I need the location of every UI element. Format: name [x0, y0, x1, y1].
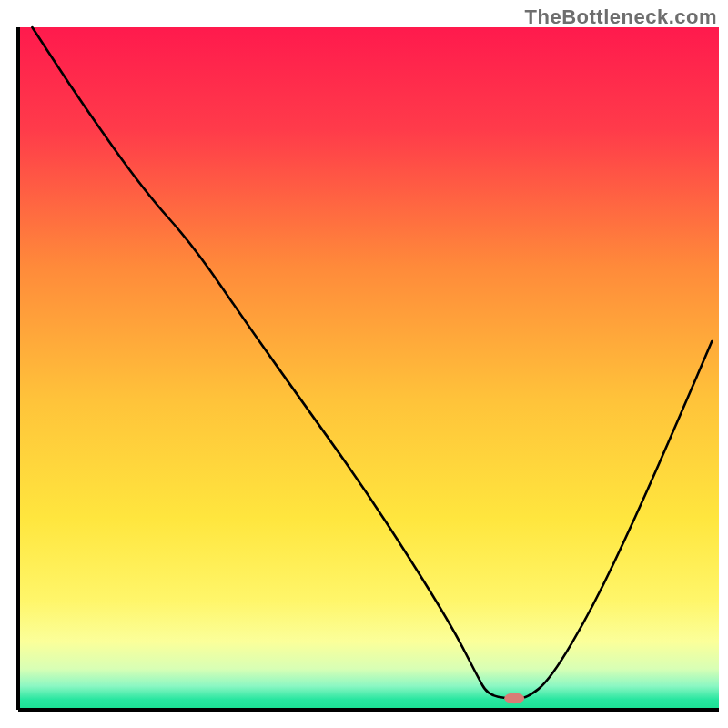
chart-frame: TheBottleneck.com: [0, 0, 728, 728]
optimal-point-marker: [504, 693, 524, 703]
watermark-text: TheBottleneck.com: [525, 5, 717, 29]
bottleneck-chart: [0, 0, 728, 728]
gradient-background: [18, 27, 719, 710]
plot-area: [18, 27, 719, 710]
